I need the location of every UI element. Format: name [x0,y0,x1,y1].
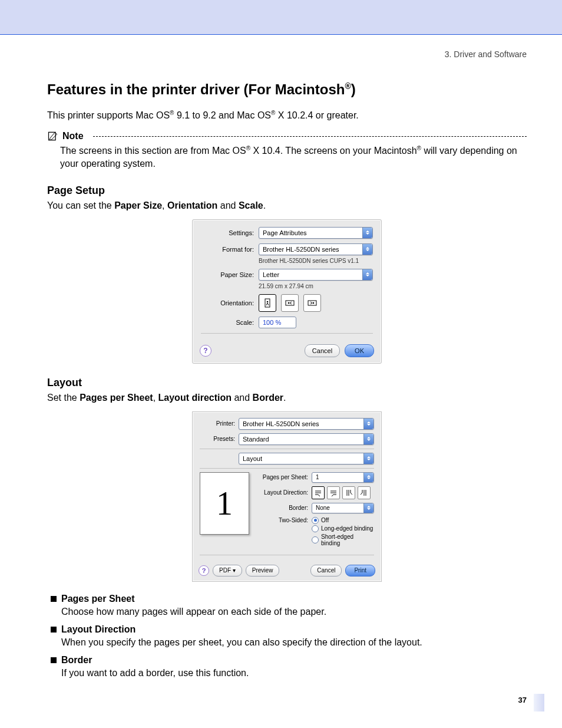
help-button[interactable]: ? [199,565,209,576]
portrait-icon [262,298,273,308]
top-band [0,0,562,35]
layout-dialog: Printer: Brother HL-5250DN series Preset… [192,411,382,582]
radio-checked-icon [312,517,319,524]
list-item: Layout Direction When you specify the pa… [51,624,527,648]
list-item: Border If you want to add a border, use … [51,655,527,678]
layout-text: Set the Pages per Sheet, Layout directio… [47,393,527,403]
pdf-button[interactable]: PDF ▾ [213,565,242,577]
note-label: Note [62,131,84,141]
page-setup-text: You can set the Paper Size, Orientation … [47,200,527,211]
printer-select[interactable]: Brother HL-5250DN series [239,418,374,430]
note-sup2: ® [417,145,421,151]
page-content: 3. Driver and Software Features in the p… [47,34,527,686]
radio-icon [312,525,319,532]
paper-value: Letter [263,271,279,278]
settings-select[interactable]: Page Attributes [259,227,373,239]
chevron-updown-icon [363,434,373,444]
two-sided-label: Two-Sided: [256,517,312,523]
presets-label: Presets: [200,436,239,442]
scale-input[interactable]: 100 % [259,317,296,328]
title-pre: Features in the printer driver (For Maci… [47,81,345,97]
mode-select[interactable]: Layout [239,453,374,465]
pps-label: Pages per Sheet: [256,474,312,480]
ts-off-label: Off [321,517,329,523]
ld2-icon [329,489,338,497]
page-title: Features in the printer driver (For Maci… [47,81,527,98]
two-sided-long-radio[interactable]: Long-edged binding [312,525,374,532]
layout-preview: 1 [200,472,249,535]
feature-list: Pages per Sheet Choose how many pages wi… [47,594,527,678]
dialog-separator [200,449,374,449]
orientation-portrait-button[interactable] [259,294,276,312]
settings-value: Page Attributes [263,229,307,236]
help-button[interactable]: ? [200,345,211,357]
layout-direction-1-button[interactable] [312,486,325,499]
breadcrumb: 3. Driver and Software [47,50,527,59]
ps-m1: , [162,200,167,210]
paper-subtext: 21.59 cm x 27.94 cm [259,283,373,289]
format-subtext: Brother HL-5250DN series CUPS v1.1 [259,258,373,264]
two-sided-off-radio[interactable]: Off [312,517,374,524]
presets-value: Standard [243,436,269,443]
intro-text: This printer supports Mac OS® 9.1 to 9.2… [47,110,527,121]
radio-icon [312,536,319,543]
landscape-right-icon [307,298,318,308]
printer-label: Printer: [200,420,239,427]
pps-item-head: Pages per Sheet [51,594,527,604]
pps-item-body: Choose how many pages will appear on eac… [51,607,527,617]
ld-item-body: When you specify the pages per sheet, yo… [51,637,527,648]
border-select[interactable]: None [312,503,374,513]
print-button[interactable]: Print [345,565,375,577]
note-sup1: ® [246,145,250,151]
pps-value: 1 [316,474,319,480]
intro-b: 9.1 to 9.2 and Mac OS [174,110,271,120]
note-rule [93,136,527,137]
pps-select[interactable]: 1 [312,472,374,483]
note-block: Note The screens in this section are fro… [47,130,527,170]
ps-post: . [263,200,266,210]
intro-a: This printer supports Mac OS [47,110,170,120]
paper-label: Paper Size: [201,271,259,278]
two-sided-short-radio[interactable]: Short-edged binding [312,533,374,546]
format-value: Brother HL-5250DN series [263,246,339,253]
ld3-icon [345,489,353,497]
svg-point-4 [288,302,290,304]
ly-pre: Set the [47,393,80,403]
format-select[interactable]: Brother HL-5250DN series [259,243,373,255]
presets-select[interactable]: Standard [239,433,374,445]
ld-label: Layout Direction: [256,489,312,496]
format-label: Format for: [201,246,259,253]
cancel-button[interactable]: Cancel [310,565,342,577]
ok-button[interactable]: OK [345,344,374,357]
ly-post: . [283,393,286,403]
svg-point-6 [313,302,315,304]
ts-short-label: Short-edged binding [321,533,374,546]
note-b: X 10.4. The screens on your Macintosh [250,146,417,156]
chevron-updown-icon [363,503,373,513]
ld-item-head: Layout Direction [51,624,527,635]
chevron-updown-icon [362,244,372,255]
orientation-label: Orientation: [201,299,259,307]
bd-item-body: If you want to add a border, use this fu… [51,668,527,678]
ld1-icon [314,489,322,497]
chevron-updown-icon [363,473,373,482]
cancel-button[interactable]: Cancel [305,344,340,357]
layout-direction-2-button[interactable] [327,486,340,499]
note-icon [47,130,59,142]
paper-select[interactable]: Letter [259,269,373,281]
title-post: ) [351,81,356,97]
preview-button[interactable]: Preview [246,565,280,577]
layout-direction-3-button[interactable] [342,486,355,499]
ly-b2: Layout direction [158,393,232,403]
ps-b3: Scale [239,200,263,210]
landscape-left-icon [285,298,295,308]
ly-b1: Pages per Sheet [80,393,153,403]
chevron-updown-icon [363,453,373,464]
layout-direction-4-button[interactable] [358,486,371,499]
orientation-landscape-left-button[interactable] [281,294,299,312]
ly-m2: and [232,393,253,403]
ly-m1: , [153,393,158,403]
chevron-updown-icon [362,269,372,280]
orientation-landscape-right-button[interactable] [303,294,321,312]
side-tab [534,694,544,711]
